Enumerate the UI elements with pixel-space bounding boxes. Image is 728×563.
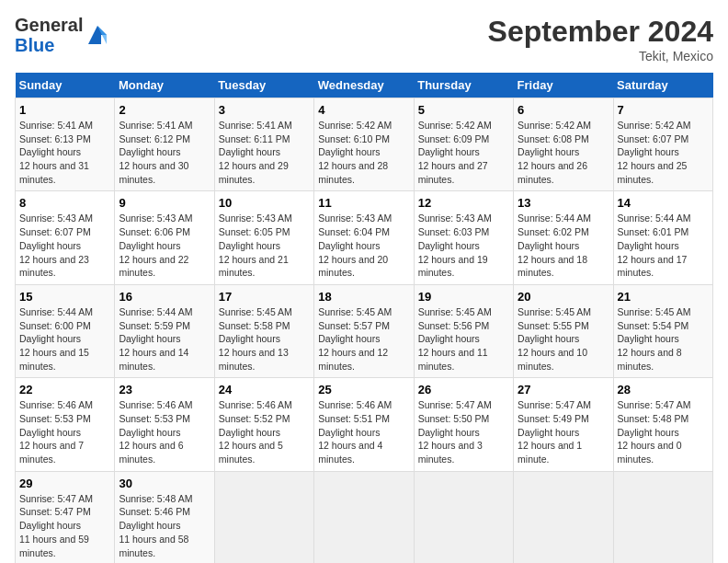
week-row-2: 8Sunrise: 5:43 AMSunset: 6:07 PMDaylight…: [16, 191, 713, 284]
day-cell-8: 8Sunrise: 5:43 AMSunset: 6:07 PMDaylight…: [16, 191, 115, 284]
header-row: Sunday Monday Tuesday Wednesday Thursday…: [16, 73, 713, 98]
day-cell-17: 17Sunrise: 5:45 AMSunset: 5:58 PMDayligh…: [214, 284, 313, 377]
day-cell-14: 14Sunrise: 5:44 AMSunset: 6:01 PMDayligh…: [613, 191, 712, 284]
day-number: 19: [418, 290, 509, 304]
day-number: 4: [318, 103, 409, 117]
col-monday: Monday: [115, 73, 214, 98]
day-cell-19: 19Sunrise: 5:45 AMSunset: 5:56 PMDayligh…: [414, 284, 513, 377]
day-info: Sunrise: 5:44 AMSunset: 6:00 PMDaylight …: [19, 305, 110, 373]
day-info: Sunrise: 5:47 AMSunset: 5:47 PMDaylight …: [19, 492, 110, 559]
day-info: Sunrise: 5:43 AMSunset: 6:07 PMDaylight …: [19, 212, 110, 279]
day-number: 22: [19, 383, 110, 396]
page-header: General Blue September 2024 Tekit, Mexic…: [15, 15, 713, 63]
col-friday: Friday: [514, 73, 613, 98]
title-block: September 2024 Tekit, Mexico: [488, 15, 713, 63]
day-cell-4: 4Sunrise: 5:42 AMSunset: 6:10 PMDaylight…: [314, 98, 414, 191]
day-number: 7: [618, 103, 709, 117]
day-number: 30: [119, 477, 210, 490]
logo-icon: [85, 22, 110, 48]
col-tuesday: Tuesday: [214, 73, 313, 98]
day-cell-28: 28Sunrise: 5:47 AMSunset: 5:48 PMDayligh…: [613, 378, 712, 471]
logo-general: General: [15, 15, 83, 35]
week-row-3: 15Sunrise: 5:44 AMSunset: 6:00 PMDayligh…: [16, 284, 713, 377]
day-number: 5: [418, 103, 509, 117]
day-info: Sunrise: 5:41 AMSunset: 6:12 PMDaylight …: [119, 119, 210, 186]
day-number: 11: [318, 196, 409, 210]
day-info: Sunrise: 5:45 AMSunset: 5:55 PMDaylight …: [518, 305, 609, 373]
day-number: 12: [418, 196, 509, 210]
day-cell-22: 22Sunrise: 5:46 AMSunset: 5:53 PMDayligh…: [16, 378, 115, 471]
day-cell-5: 5Sunrise: 5:42 AMSunset: 6:09 PMDaylight…: [414, 98, 513, 191]
day-info: Sunrise: 5:45 AMSunset: 5:56 PMDaylight …: [418, 305, 509, 373]
day-cell-13: 13Sunrise: 5:44 AMSunset: 6:02 PMDayligh…: [514, 191, 613, 284]
day-info: Sunrise: 5:44 AMSunset: 6:01 PMDaylight …: [618, 212, 709, 279]
day-info: Sunrise: 5:43 AMSunset: 6:04 PMDaylight …: [318, 212, 409, 279]
day-cell-15: 15Sunrise: 5:44 AMSunset: 6:00 PMDayligh…: [16, 284, 115, 377]
day-number: 27: [518, 383, 609, 396]
day-info: Sunrise: 5:47 AMSunset: 5:50 PMDaylight …: [418, 398, 509, 465]
day-cell-3: 3Sunrise: 5:41 AMSunset: 6:11 PMDaylight…: [214, 98, 313, 191]
day-cell-26: 26Sunrise: 5:47 AMSunset: 5:50 PMDayligh…: [414, 378, 513, 471]
day-number: 18: [318, 290, 409, 304]
day-cell-27: 27Sunrise: 5:47 AMSunset: 5:49 PMDayligh…: [514, 378, 613, 471]
week-row-4: 22Sunrise: 5:46 AMSunset: 5:53 PMDayligh…: [16, 378, 713, 471]
col-thursday: Thursday: [414, 73, 513, 98]
day-number: 26: [418, 383, 509, 396]
empty-cell: [514, 471, 613, 563]
empty-cell: [613, 471, 712, 563]
col-saturday: Saturday: [613, 73, 712, 98]
day-number: 14: [618, 196, 709, 210]
day-cell-9: 9Sunrise: 5:43 AMSunset: 6:06 PMDaylight…: [115, 191, 214, 284]
calendar-table: Sunday Monday Tuesday Wednesday Thursday…: [15, 73, 713, 563]
month-title: September 2024: [488, 15, 713, 49]
day-cell-20: 20Sunrise: 5:45 AMSunset: 5:55 PMDayligh…: [514, 284, 613, 377]
day-cell-24: 24Sunrise: 5:46 AMSunset: 5:52 PMDayligh…: [214, 378, 313, 471]
logo: General Blue: [15, 15, 110, 55]
day-cell-10: 10Sunrise: 5:43 AMSunset: 6:05 PMDayligh…: [214, 191, 313, 284]
day-cell-6: 6Sunrise: 5:42 AMSunset: 6:08 PMDaylight…: [514, 98, 613, 191]
day-number: 8: [19, 196, 110, 210]
day-number: 1: [19, 103, 110, 117]
day-cell-29: 29Sunrise: 5:47 AMSunset: 5:47 PMDayligh…: [16, 471, 115, 563]
day-info: Sunrise: 5:42 AMSunset: 6:10 PMDaylight …: [318, 119, 409, 186]
day-info: Sunrise: 5:46 AMSunset: 5:51 PMDaylight …: [318, 398, 409, 465]
day-info: Sunrise: 5:42 AMSunset: 6:08 PMDaylight …: [518, 119, 609, 186]
day-info: Sunrise: 5:44 AMSunset: 6:02 PMDaylight …: [518, 212, 609, 279]
day-cell-18: 18Sunrise: 5:45 AMSunset: 5:57 PMDayligh…: [314, 284, 414, 377]
day-number: 6: [518, 103, 609, 117]
day-number: 15: [19, 290, 110, 304]
day-number: 25: [318, 383, 409, 396]
day-cell-1: 1Sunrise: 5:41 AMSunset: 6:13 PMDaylight…: [16, 98, 115, 191]
calendar-body: 1Sunrise: 5:41 AMSunset: 6:13 PMDaylight…: [16, 98, 713, 564]
day-number: 28: [618, 383, 709, 396]
day-cell-21: 21Sunrise: 5:45 AMSunset: 5:54 PMDayligh…: [613, 284, 712, 377]
day-info: Sunrise: 5:42 AMSunset: 6:09 PMDaylight …: [418, 119, 509, 186]
day-number: 10: [219, 196, 310, 210]
day-info: Sunrise: 5:45 AMSunset: 5:57 PMDaylight …: [318, 305, 409, 373]
day-info: Sunrise: 5:41 AMSunset: 6:13 PMDaylight …: [19, 119, 110, 186]
day-cell-11: 11Sunrise: 5:43 AMSunset: 6:04 PMDayligh…: [314, 191, 414, 284]
day-cell-25: 25Sunrise: 5:46 AMSunset: 5:51 PMDayligh…: [314, 378, 414, 471]
day-number: 24: [219, 383, 310, 396]
day-number: 9: [119, 196, 210, 210]
empty-cell: [414, 471, 513, 563]
day-info: Sunrise: 5:43 AMSunset: 6:06 PMDaylight …: [119, 212, 210, 279]
day-cell-12: 12Sunrise: 5:43 AMSunset: 6:03 PMDayligh…: [414, 191, 513, 284]
week-row-5: 29Sunrise: 5:47 AMSunset: 5:47 PMDayligh…: [16, 471, 713, 563]
day-info: Sunrise: 5:44 AMSunset: 5:59 PMDaylight …: [119, 305, 210, 373]
day-info: Sunrise: 5:42 AMSunset: 6:07 PMDaylight …: [618, 119, 709, 186]
logo-text: General Blue: [15, 15, 83, 55]
day-cell-23: 23Sunrise: 5:46 AMSunset: 5:53 PMDayligh…: [115, 378, 214, 471]
day-number: 17: [219, 290, 310, 304]
day-number: 21: [618, 290, 709, 304]
day-info: Sunrise: 5:47 AMSunset: 5:48 PMDaylight …: [618, 398, 709, 465]
day-info: Sunrise: 5:43 AMSunset: 6:03 PMDaylight …: [418, 212, 509, 279]
day-info: Sunrise: 5:43 AMSunset: 6:05 PMDaylight …: [219, 212, 310, 279]
empty-cell: [314, 471, 414, 563]
day-number: 13: [518, 196, 609, 210]
col-sunday: Sunday: [16, 73, 115, 98]
empty-cell: [214, 471, 313, 563]
day-number: 16: [119, 290, 210, 304]
day-number: 23: [119, 383, 210, 396]
day-cell-30: 30Sunrise: 5:48 AMSunset: 5:46 PMDayligh…: [115, 471, 214, 563]
